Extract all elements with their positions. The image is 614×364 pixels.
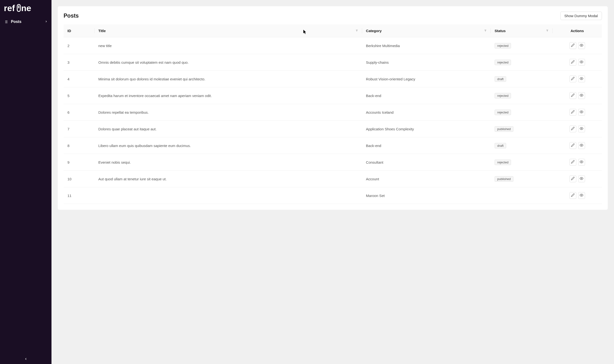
view-button[interactable] [578, 76, 585, 82]
table-row: 3 Omnis debitis cumque sit voluptatem es… [64, 54, 602, 71]
column-header-title[interactable]: Title [95, 24, 362, 38]
edit-icon [571, 60, 575, 65]
view-button[interactable] [578, 109, 585, 116]
edit-button[interactable] [570, 76, 576, 82]
logo[interactable]: ref ne [0, 0, 52, 17]
cell-actions [553, 187, 602, 204]
chevron-left-icon [24, 357, 28, 361]
cell-category: Maroon Set [362, 187, 491, 204]
edit-button[interactable] [570, 175, 576, 182]
svg-text:ref: ref [4, 3, 15, 13]
eye-icon [580, 93, 583, 98]
edit-button[interactable] [570, 92, 576, 99]
status-badge: rejected [495, 93, 511, 99]
filter-icon[interactable] [484, 29, 487, 33]
cell-category: Back-end [362, 137, 491, 154]
cell-actions [553, 71, 602, 87]
edit-button[interactable] [570, 59, 576, 66]
cell-category: Supply-chains [362, 54, 491, 71]
eye-icon [580, 43, 583, 48]
cell-id: 4 [64, 71, 95, 87]
card-header: Posts Show Dummy Modal [58, 6, 608, 24]
cell-status: rejected [491, 104, 552, 121]
view-button[interactable] [578, 159, 585, 166]
column-header-status[interactable]: Status [491, 24, 552, 38]
cell-id: 3 [64, 54, 95, 71]
view-button[interactable] [578, 126, 585, 132]
table-row: 2 new title Berkshire Multimedia rejecte… [64, 38, 602, 54]
cell-category: Back-end [362, 87, 491, 104]
filter-icon[interactable] [355, 29, 358, 33]
cell-title: new title [95, 38, 362, 54]
refine-logo-icon: ref ne [4, 3, 45, 14]
svg-point-15 [581, 128, 582, 129]
table-row: 7 Dolores quae placeat aut itaque aut. A… [64, 121, 602, 137]
svg-point-12 [581, 78, 582, 79]
eye-icon [580, 160, 583, 164]
view-button[interactable] [578, 59, 585, 66]
status-badge: rejected [495, 159, 511, 165]
chevron-right-icon [45, 20, 48, 24]
cell-status: published [491, 121, 552, 137]
edit-icon [571, 110, 575, 114]
cell-title: Libero ullam eum quis quibusdam sapiente… [95, 137, 362, 154]
edit-button[interactable] [570, 42, 576, 49]
cell-actions [553, 154, 602, 171]
cell-actions [553, 171, 602, 187]
svg-point-16 [581, 145, 582, 146]
posts-table: ID Title Category [64, 24, 602, 204]
edit-button[interactable] [570, 159, 576, 166]
view-button[interactable] [578, 175, 585, 182]
column-header-category[interactable]: Category [362, 24, 491, 38]
edit-button[interactable] [570, 126, 576, 132]
cell-actions [553, 87, 602, 104]
edit-button[interactable] [570, 142, 576, 149]
main-content: Posts Show Dummy Modal ID Title [52, 0, 614, 364]
cell-actions [553, 38, 602, 54]
svg-text:ne: ne [21, 3, 31, 13]
sidebar-collapse-button[interactable] [0, 354, 52, 364]
edit-icon [571, 143, 575, 148]
posts-card: Posts Show Dummy Modal ID Title [58, 6, 608, 210]
view-button[interactable] [578, 42, 585, 49]
table-row: 6 Dolores repellat ea temporibus. Accoun… [64, 104, 602, 121]
eye-icon [580, 193, 583, 198]
edit-icon [571, 177, 575, 181]
filter-icon[interactable] [546, 29, 549, 33]
cell-title: Omnis debitis cumque sit voluptatem est … [95, 54, 362, 71]
edit-button[interactable] [570, 192, 576, 199]
edit-icon [571, 93, 575, 98]
view-button[interactable] [578, 192, 585, 199]
status-badge: published [495, 126, 514, 132]
status-badge: rejected [495, 43, 511, 49]
cell-category: Application Shoes Complexity [362, 121, 491, 137]
table-row: 11 Maroon Set [64, 187, 602, 204]
sidebar-item-posts[interactable]: Posts [0, 17, 52, 27]
show-dummy-modal-button[interactable]: Show Dummy Modal [560, 12, 602, 20]
cell-title: Expedita harum et inventore occaecati am… [95, 87, 362, 104]
view-button[interactable] [578, 142, 585, 149]
cell-title [95, 187, 362, 204]
svg-point-17 [581, 161, 582, 162]
view-button[interactable] [578, 92, 585, 99]
edit-icon [571, 127, 575, 131]
cell-status: rejected [491, 87, 552, 104]
edit-icon [571, 193, 575, 198]
cell-id: 11 [64, 187, 95, 204]
cell-category: Account [362, 171, 491, 187]
cell-title: Dolores repellat ea temporibus. [95, 104, 362, 121]
status-badge: rejected [495, 110, 511, 115]
cell-id: 10 [64, 171, 95, 187]
eye-icon [580, 110, 583, 114]
eye-icon [580, 77, 583, 81]
cell-title: Eveniet nobis sequi. [95, 154, 362, 171]
cell-status: rejected [491, 38, 552, 54]
edit-icon [571, 77, 575, 81]
cell-id: 7 [64, 121, 95, 137]
column-header-id[interactable]: ID [64, 24, 95, 38]
cell-category: Berkshire Multimedia [362, 38, 491, 54]
cell-status: draft [491, 137, 552, 154]
cell-actions [553, 121, 602, 137]
edit-button[interactable] [570, 109, 576, 116]
eye-icon [580, 60, 583, 65]
